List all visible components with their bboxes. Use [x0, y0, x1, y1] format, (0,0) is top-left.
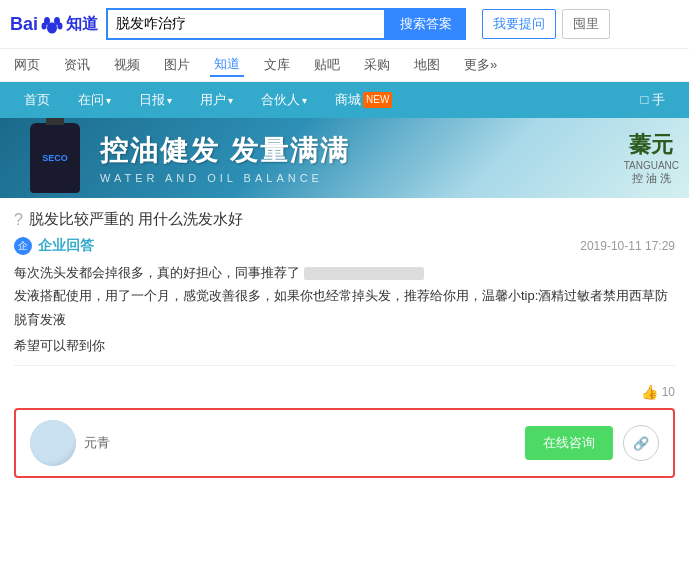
link-icon: 🔗 [633, 436, 649, 451]
tab-caigou[interactable]: 采购 [360, 54, 394, 76]
search-box: 搜索答案 [106, 8, 466, 40]
green-nav-bar: 首页 在问▾ 日报▾ 用户▾ 合伙人▾ 商城NEW □ 手 [0, 82, 689, 118]
logo-text: Bai [10, 14, 38, 35]
question-title: 脱发比较严重的 用什么洗发水好 [29, 210, 243, 229]
answer-body: 每次洗头发都会掉很多，真的好担心，同事推荐了 发液搭配使用，用了一个月，感觉改善… [14, 261, 675, 331]
banner-text-block: 控油健发 发量满满 WATER AND OIL BALANCE [100, 132, 350, 184]
shop-badge: NEW [363, 92, 392, 108]
ad-banner[interactable]: SECO 控油健发 发量满满 WATER AND OIL BALANCE 蓁元 … [0, 118, 689, 198]
search-input[interactable] [106, 8, 386, 40]
green-nav-zawen[interactable]: 在问▾ [64, 82, 125, 118]
user-actions: 在线咨询 🔗 [525, 425, 659, 461]
user-avatar [30, 420, 76, 466]
header-actions: 我要提问 囤里 [482, 9, 610, 39]
svg-point-5 [47, 23, 57, 34]
user-card-row: 元青 在线咨询 🔗 [14, 408, 675, 478]
baidu-paw-icon [41, 13, 63, 35]
link-button[interactable]: 🔗 [623, 425, 659, 461]
tab-more[interactable]: 更多» [460, 54, 501, 76]
answer-line2: 发液搭配使用，用了一个月，感觉改善很多，如果你也经常掉头发，推荐给你用，温馨小t… [14, 288, 668, 326]
answer-section: 企 企业回答 2019-10-11 17:29 每次洗头发都会掉很多，真的好担心… [0, 237, 689, 355]
tab-webpage[interactable]: 网页 [10, 54, 44, 76]
green-nav-home[interactable]: 首页 [10, 82, 64, 118]
baidu-logo: Bai 知道 [10, 13, 98, 35]
green-nav-mobile[interactable]: □ 手 [627, 82, 679, 118]
answer-user-icon: 企 [14, 237, 32, 255]
user-arrow-icon: ▾ [228, 95, 233, 106]
brand-name: 蓁元 [624, 130, 679, 160]
question-area: ? 脱发比较严重的 用什么洗发水好 [0, 198, 689, 237]
vote-area: 👍 10 [641, 384, 675, 400]
nav-tabs-row: 网页 资讯 视频 图片 知道 文库 贴吧 采购 地图 更多» [0, 49, 689, 82]
brand-subbrand: TANGUANC [624, 160, 679, 171]
answer-hope: 希望可以帮到你 [14, 337, 675, 355]
answer-time: 2019-10-11 17:29 [580, 239, 675, 253]
answer-line1: 每次洗头发都会掉很多，真的好担心，同事推荐了 [14, 265, 300, 280]
divider [14, 365, 675, 366]
answer-redacted [304, 267, 424, 280]
tab-wenku[interactable]: 文库 [260, 54, 294, 76]
banner-sub-text: WATER AND OIL BALANCE [100, 172, 350, 184]
banner-bottle: SECO [30, 123, 80, 193]
tab-news[interactable]: 资讯 [60, 54, 94, 76]
consult-button[interactable]: 在线咨询 [525, 426, 613, 460]
question-icon: ? [14, 211, 23, 229]
ribao-arrow-icon: ▾ [167, 95, 172, 106]
green-nav-partner[interactable]: 合伙人▾ [247, 82, 321, 118]
zawen-arrow-icon: ▾ [106, 95, 111, 106]
login-button[interactable]: 囤里 [562, 9, 610, 39]
avatar-image [30, 420, 76, 466]
tab-ditu[interactable]: 地图 [410, 54, 444, 76]
ask-button[interactable]: 我要提问 [482, 9, 556, 39]
answer-type-label: 企业回答 [38, 237, 94, 255]
thumbup-icon[interactable]: 👍 [641, 384, 658, 400]
zhidao-text: 知道 [66, 14, 98, 35]
partner-arrow-icon: ▾ [302, 95, 307, 106]
search-button[interactable]: 搜索答案 [386, 8, 466, 40]
banner-brand: 蓁元 TANGUANC 控 油 洗 [624, 130, 679, 186]
green-nav-shop[interactable]: 商城NEW [321, 82, 406, 118]
tab-video[interactable]: 视频 [110, 54, 144, 76]
banner-main-text: 控油健发 发量满满 [100, 132, 350, 170]
svg-point-3 [42, 23, 47, 30]
green-nav-user[interactable]: 用户▾ [186, 82, 247, 118]
brand-desc: 控 油 洗 [624, 171, 679, 186]
page-header: Bai 知道 搜索答案 我要提问 囤里 [0, 0, 689, 49]
answer-header: 企 企业回答 2019-10-11 17:29 [14, 237, 675, 255]
green-nav-ribao[interactable]: 日报▾ [125, 82, 186, 118]
tab-zhidao[interactable]: 知道 [210, 53, 244, 77]
tab-image[interactable]: 图片 [160, 54, 194, 76]
vote-bar: 👍 10 [0, 376, 689, 408]
user-name: 元青 [84, 434, 110, 452]
tab-tieba[interactable]: 贴吧 [310, 54, 344, 76]
vote-count: 10 [662, 385, 675, 399]
svg-point-4 [58, 23, 63, 30]
